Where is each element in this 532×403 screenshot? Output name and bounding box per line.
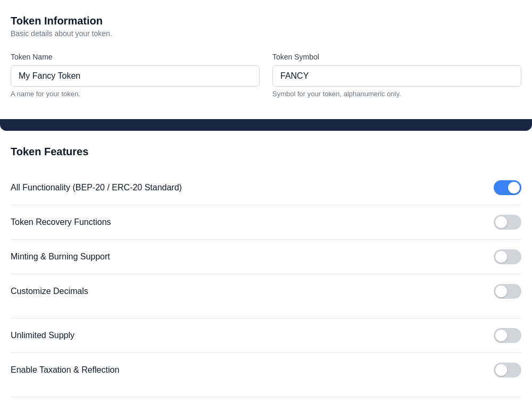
toggle-slider-minting-burning: [494, 249, 521, 264]
toggle-slider-enable-taxation: [494, 363, 521, 377]
toggle-enable-taxation[interactable]: [494, 363, 521, 377]
token-symbol-input[interactable]: [272, 65, 521, 87]
form-row: Token Name A name for your token. Token …: [11, 53, 521, 98]
feature-item-token-recovery: Token Recovery Functions: [11, 205, 521, 239]
dark-divider-bar: [0, 119, 532, 131]
feature-item-all-functionality: All Functionality (BEP-20 / ERC-20 Stand…: [11, 171, 521, 205]
toggle-customize-decimals[interactable]: [494, 284, 521, 299]
section-title: Token Information: [11, 15, 521, 27]
toggle-slider-customize-decimals: [494, 284, 521, 299]
token-symbol-label: Token Symbol: [272, 53, 521, 61]
feature-label-customize-decimals: Customize Decimals: [11, 287, 88, 296]
features-title: Token Features: [11, 146, 521, 158]
token-features-section: Token Features All Functionality (BEP-20…: [0, 131, 532, 403]
feature-label-enable-taxation: Enable Taxation & Reflection: [11, 365, 119, 375]
toggle-token-recovery[interactable]: [494, 215, 521, 230]
feature-label-all-functionality: All Functionality (BEP-20 / ERC-20 Stand…: [11, 183, 182, 192]
feature-item-enable-taxation: Enable Taxation & Reflection: [11, 353, 521, 387]
token-name-input[interactable]: [11, 65, 260, 87]
toggle-slider-unlimited-supply: [494, 328, 521, 343]
group-gap-1: [11, 308, 521, 318]
toggle-slider-all-functionality: [494, 180, 521, 195]
feature-label-token-recovery: Token Recovery Functions: [11, 217, 111, 227]
feature-item-customize-decimals: Customize Decimals: [11, 274, 521, 308]
feature-label-minting-burning: Minting & Burning Support: [11, 252, 110, 262]
group-gap-2: [11, 387, 521, 397]
token-name-group: Token Name A name for your token.: [11, 53, 260, 98]
token-symbol-group: Token Symbol Symbol for your token, alph…: [272, 53, 521, 98]
token-name-label: Token Name: [11, 53, 260, 61]
toggle-minting-burning[interactable]: [494, 249, 521, 264]
toggle-unlimited-supply[interactable]: [494, 328, 521, 343]
token-info-section: Token Information Basic details about yo…: [0, 0, 532, 108]
token-symbol-hint: Symbol for your token, alphanumeric only…: [272, 90, 521, 98]
feature-item-remove-generator: Remove Generator Info: [11, 397, 521, 403]
feature-label-unlimited-supply: Unlimited Supply: [11, 331, 74, 340]
token-name-hint: A name for your token.: [11, 90, 260, 98]
toggle-slider-token-recovery: [494, 215, 521, 230]
section-subtitle: Basic details about your token.: [11, 29, 521, 38]
toggle-all-functionality[interactable]: [494, 180, 521, 195]
feature-item-unlimited-supply: Unlimited Supply: [11, 318, 521, 352]
feature-item-minting-burning: Minting & Burning Support: [11, 240, 521, 274]
